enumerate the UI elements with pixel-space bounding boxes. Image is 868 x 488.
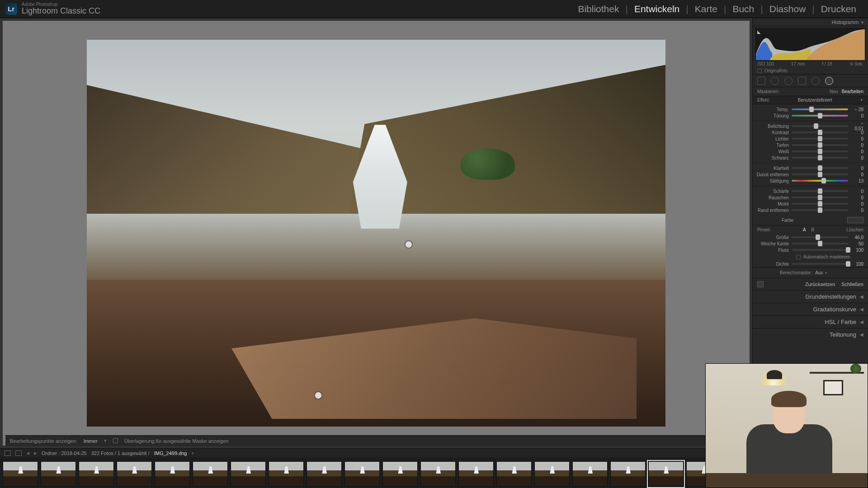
module-buch[interactable]: Buch bbox=[726, 4, 760, 14]
slider-rand-entfernen[interactable]: Rand entfernen0 bbox=[753, 207, 868, 213]
reset-button[interactable]: Zurücksetzen bbox=[805, 282, 835, 287]
grid-view-icon[interactable] bbox=[15, 450, 22, 456]
module-bibliothek[interactable]: Bibliothek bbox=[571, 4, 625, 14]
slider-klarheit[interactable]: Klarheit0 bbox=[753, 165, 868, 171]
crop-tool-icon[interactable] bbox=[757, 77, 765, 85]
mask-subheader: Maskieren: Neu Bearbeiten bbox=[753, 87, 868, 96]
path-label: Ordner : 2018-04-25 bbox=[42, 450, 87, 456]
radial-tool-icon[interactable] bbox=[811, 77, 820, 85]
thumbnail[interactable] bbox=[269, 461, 304, 487]
thumbnail[interactable] bbox=[79, 461, 114, 487]
accordion-grundeinstellungen[interactable]: Grundeinstellungen◀ bbox=[753, 290, 868, 303]
slider-s-ttigung[interactable]: Sättigung13 bbox=[753, 178, 868, 184]
module-karte[interactable]: Karte bbox=[689, 4, 724, 14]
brush-b[interactable]: B bbox=[811, 227, 815, 232]
histogram[interactable]: ◣ ◢ bbox=[755, 28, 865, 61]
slider-belichtung[interactable]: Belichtung− 0,51 bbox=[753, 123, 868, 129]
panel-buttons: Zurücksetzen Schließen bbox=[753, 278, 868, 290]
automask-row: Automatisch maskieren bbox=[753, 253, 868, 261]
slider-tiefen[interactable]: Tiefen0 bbox=[753, 142, 868, 148]
thumbnail[interactable] bbox=[117, 461, 152, 487]
thumbnail[interactable] bbox=[307, 461, 342, 487]
second-window-icon[interactable] bbox=[5, 450, 11, 456]
edit-pins-label: Bearbeitungspunkte anzeigen: bbox=[10, 438, 77, 444]
range-mask-row[interactable]: Bereichsmaske :Aus ▼ bbox=[753, 267, 868, 278]
slider-weiche-kante[interactable]: Weiche Kante50 bbox=[753, 240, 868, 247]
thumbnail[interactable] bbox=[41, 461, 76, 487]
module-diashow[interactable]: Diashow bbox=[763, 4, 812, 14]
slider-sch-rfe[interactable]: Schärfe0 bbox=[753, 188, 868, 194]
thumbnail[interactable] bbox=[155, 461, 190, 487]
accordion-teiltonung[interactable]: Teiltonung◀ bbox=[753, 328, 868, 341]
photo-preview[interactable] bbox=[87, 40, 665, 427]
nav-fwd-icon[interactable]: ▶ bbox=[34, 451, 37, 455]
color-row: Farbe bbox=[753, 215, 868, 225]
accordion-gradationskurve[interactable]: Gradationskurve◀ bbox=[753, 303, 868, 315]
webcam-overlay bbox=[705, 363, 868, 488]
slider-dunst-entfernen[interactable]: Dunst entfernen0 bbox=[753, 171, 868, 178]
thumbnail[interactable] bbox=[534, 461, 570, 487]
chevron-left-icon: ◀ bbox=[860, 332, 863, 337]
brush-header: Pinsel: A B Löschen bbox=[753, 225, 868, 234]
overlay-label: Überlagerung für ausgewählte Maske anzei… bbox=[124, 438, 229, 444]
slider-fluss[interactable]: Fluss100 bbox=[753, 247, 868, 253]
slider-moir-[interactable]: Moiré0 bbox=[753, 201, 868, 207]
local-tools-row bbox=[753, 75, 868, 87]
close-button[interactable]: Schließen bbox=[841, 282, 863, 287]
edit-pins-mode[interactable]: Immer bbox=[84, 438, 98, 444]
chevron-left-icon: ◀ bbox=[860, 319, 863, 324]
thumbnail[interactable] bbox=[458, 461, 494, 487]
app-name: Adobe Photoshop Lightroom Classic CC bbox=[22, 2, 100, 16]
slider-rauschen[interactable]: Rauschen0 bbox=[753, 194, 868, 201]
slider-t-nung[interactable]: Tönung0 bbox=[753, 113, 868, 119]
slider-kontrast[interactable]: Kontrast0 bbox=[753, 129, 868, 136]
count-label: 322 Fotos / 1 ausgewählt / bbox=[91, 450, 150, 456]
spot-tool-icon[interactable] bbox=[771, 77, 779, 85]
chevron-down-icon: ▼ bbox=[860, 98, 863, 102]
automask-checkbox[interactable] bbox=[796, 255, 801, 259]
exif-readout: ISO 10017 mm f / 18⅛ Sek. bbox=[753, 61, 868, 67]
slider-dichte[interactable]: Dichte100 bbox=[753, 261, 868, 267]
slider-wei-[interactable]: Weiß0 bbox=[753, 148, 868, 155]
redeye-tool-icon[interactable] bbox=[784, 77, 793, 85]
chevron-left-icon: ◀ bbox=[860, 294, 863, 299]
module-entwickeln[interactable]: Entwickeln bbox=[628, 4, 686, 14]
slider-temp-[interactable]: Temp.− 28 bbox=[753, 106, 868, 113]
title-bar: Lr Adobe Photoshop Lightroom Classic CC … bbox=[0, 0, 868, 18]
thumbnail[interactable] bbox=[193, 461, 228, 487]
histogram-header[interactable]: Histogramm▼ bbox=[753, 18, 868, 26]
mask-edit[interactable]: Bearbeiten bbox=[842, 89, 863, 94]
thumbnail[interactable] bbox=[496, 461, 532, 487]
gradient-tool-icon[interactable] bbox=[798, 77, 806, 85]
accordion-hsl-farbe[interactable]: HSL / Farbe◀ bbox=[753, 315, 868, 328]
thumbnail[interactable] bbox=[231, 461, 266, 487]
slider-gr-e[interactable]: Größe46,0 bbox=[753, 234, 868, 240]
original-checkbox[interactable] bbox=[757, 69, 762, 73]
brush-erase[interactable]: Löschen bbox=[846, 227, 863, 232]
chevron-left-icon: ◀ bbox=[860, 307, 863, 312]
app-logo: Lr bbox=[5, 3, 17, 15]
canvas-area[interactable]: Bearbeitungspunkte anzeigen: Immer ▾ Übe… bbox=[3, 21, 750, 446]
thumbnail[interactable] bbox=[3, 461, 38, 487]
slider-schwarz[interactable]: Schwarz0 bbox=[753, 155, 868, 161]
mask-new[interactable]: Neu bbox=[830, 89, 838, 94]
thumbnail[interactable] bbox=[382, 461, 418, 487]
module-picker: Bibliothek|Entwickeln|Karte|Buch|Diashow… bbox=[571, 4, 863, 14]
effect-preset-row[interactable]: Effekt: Benutzerdefiniert ▼ bbox=[753, 96, 868, 104]
adjustment-pin[interactable] bbox=[405, 241, 412, 248]
brush-a[interactable]: A bbox=[803, 227, 806, 232]
thumbnail[interactable] bbox=[420, 461, 456, 487]
panel-toggle-icon[interactable] bbox=[757, 281, 764, 287]
module-drucken[interactable]: Drucken bbox=[815, 4, 863, 14]
overlay-checkbox[interactable] bbox=[113, 438, 118, 443]
slider-lichter[interactable]: Lichter0 bbox=[753, 136, 868, 142]
thumbnail[interactable] bbox=[572, 461, 608, 487]
thumbnail[interactable] bbox=[344, 461, 380, 487]
brush-tool-icon[interactable] bbox=[825, 77, 833, 85]
mask-options-bar: Bearbeitungspunkte anzeigen: Immer ▾ Übe… bbox=[5, 435, 747, 446]
thumbnail[interactable] bbox=[648, 461, 684, 487]
filename-label[interactable]: IMG_2499.dng bbox=[154, 450, 187, 456]
color-swatch[interactable] bbox=[847, 217, 863, 223]
nav-back-icon[interactable]: ◀ bbox=[26, 451, 29, 455]
thumbnail[interactable] bbox=[610, 461, 646, 487]
